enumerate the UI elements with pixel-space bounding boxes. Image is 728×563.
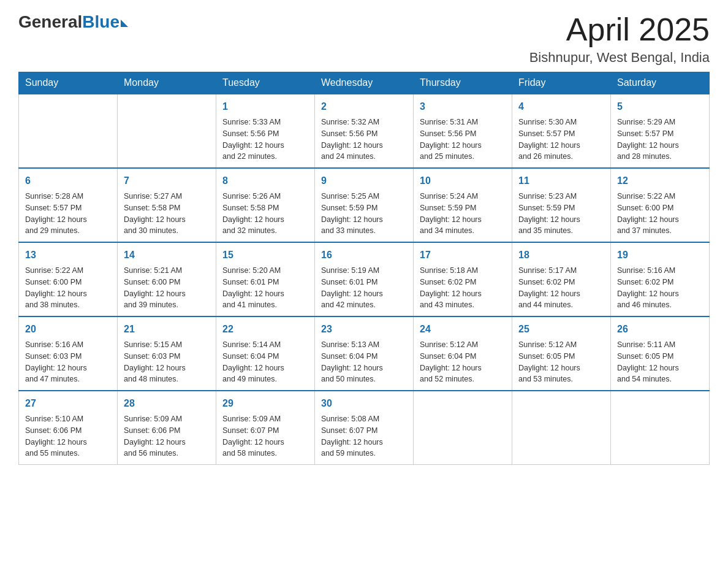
cell-week4-day6: 26Sunrise: 5:11 AM Sunset: 6:05 PM Dayli… [611, 316, 710, 391]
day-number: 9 [321, 174, 407, 188]
day-info: Sunrise: 5:19 AM Sunset: 6:01 PM Dayligh… [321, 265, 407, 311]
day-number: 29 [222, 396, 308, 411]
title-block: April 2025 Bishnupur, West Bengal, India [529, 12, 710, 66]
day-number: 4 [518, 99, 604, 114]
day-info: Sunrise: 5:09 AM Sunset: 6:06 PM Dayligh… [124, 413, 210, 459]
day-info: Sunrise: 5:22 AM Sunset: 6:00 PM Dayligh… [617, 191, 703, 237]
day-info: Sunrise: 5:16 AM Sunset: 6:02 PM Dayligh… [617, 265, 703, 311]
day-info: Sunrise: 5:17 AM Sunset: 6:02 PM Dayligh… [518, 265, 604, 311]
day-info: Sunrise: 5:20 AM Sunset: 6:01 PM Dayligh… [222, 265, 308, 311]
cell-week3-day0: 13Sunrise: 5:22 AM Sunset: 6:00 PM Dayli… [19, 242, 118, 316]
day-number: 15 [222, 248, 308, 262]
day-info: Sunrise: 5:23 AM Sunset: 5:59 PM Dayligh… [518, 191, 604, 237]
day-number: 26 [617, 322, 703, 337]
day-info: Sunrise: 5:16 AM Sunset: 6:03 PM Dayligh… [25, 339, 111, 385]
logo-blue-part: Blue [82, 12, 128, 32]
day-number: 17 [420, 248, 506, 262]
header-wednesday: Wednesday [315, 72, 414, 94]
cell-week4-day3: 23Sunrise: 5:13 AM Sunset: 6:04 PM Dayli… [315, 316, 414, 391]
week-row-5: 27Sunrise: 5:10 AM Sunset: 6:06 PM Dayli… [19, 391, 710, 465]
day-number: 6 [25, 174, 111, 188]
week-row-1: 1Sunrise: 5:33 AM Sunset: 5:56 PM Daylig… [19, 94, 710, 168]
cell-week2-day2: 8Sunrise: 5:26 AM Sunset: 5:58 PM Daylig… [216, 168, 315, 242]
cell-week1-day0 [19, 94, 118, 168]
logo-triangle-icon [121, 20, 128, 27]
day-number: 11 [518, 174, 604, 188]
header-sunday: Sunday [19, 72, 118, 94]
day-info: Sunrise: 5:22 AM Sunset: 6:00 PM Dayligh… [25, 265, 111, 311]
day-number: 28 [124, 396, 210, 411]
day-info: Sunrise: 5:32 AM Sunset: 5:56 PM Dayligh… [321, 117, 407, 163]
day-number: 8 [222, 174, 308, 188]
day-info: Sunrise: 5:25 AM Sunset: 5:59 PM Dayligh… [321, 191, 407, 237]
cell-week2-day3: 9Sunrise: 5:25 AM Sunset: 5:59 PM Daylig… [315, 168, 414, 242]
cell-week2-day5: 11Sunrise: 5:23 AM Sunset: 5:59 PM Dayli… [512, 168, 611, 242]
header-tuesday: Tuesday [216, 72, 315, 94]
day-number: 30 [321, 396, 407, 411]
day-info: Sunrise: 5:31 AM Sunset: 5:56 PM Dayligh… [420, 117, 506, 163]
cell-week4-day5: 25Sunrise: 5:12 AM Sunset: 6:05 PM Dayli… [512, 316, 611, 391]
day-info: Sunrise: 5:28 AM Sunset: 5:57 PM Dayligh… [25, 191, 111, 237]
day-number: 25 [518, 322, 604, 337]
day-info: Sunrise: 5:09 AM Sunset: 6:07 PM Dayligh… [222, 413, 308, 459]
cell-week5-day1: 28Sunrise: 5:09 AM Sunset: 6:06 PM Dayli… [118, 391, 216, 465]
header-thursday: Thursday [414, 72, 512, 94]
cell-week2-day0: 6Sunrise: 5:28 AM Sunset: 5:57 PM Daylig… [19, 168, 118, 242]
day-number: 10 [420, 174, 506, 188]
month-title: April 2025 [529, 12, 710, 47]
header-saturday: Saturday [611, 72, 710, 94]
cell-week1-day2: 1Sunrise: 5:33 AM Sunset: 5:56 PM Daylig… [216, 94, 315, 168]
day-info: Sunrise: 5:15 AM Sunset: 6:03 PM Dayligh… [124, 339, 210, 385]
cell-week5-day5 [512, 391, 611, 465]
day-number: 7 [124, 174, 210, 188]
calendar-table: Sunday Monday Tuesday Wednesday Thursday… [18, 72, 710, 465]
day-info: Sunrise: 5:10 AM Sunset: 6:06 PM Dayligh… [25, 413, 111, 459]
day-number: 24 [420, 322, 506, 337]
cell-week3-day1: 14Sunrise: 5:21 AM Sunset: 6:00 PM Dayli… [118, 242, 216, 316]
day-number: 2 [321, 99, 407, 114]
day-number: 20 [25, 322, 111, 337]
logo: General Blue [18, 12, 128, 32]
day-number: 22 [222, 322, 308, 337]
day-number: 1 [222, 99, 308, 114]
cell-week3-day5: 18Sunrise: 5:17 AM Sunset: 6:02 PM Dayli… [512, 242, 611, 316]
day-number: 14 [124, 248, 210, 262]
day-number: 16 [321, 248, 407, 262]
cell-week1-day3: 2Sunrise: 5:32 AM Sunset: 5:56 PM Daylig… [315, 94, 414, 168]
day-info: Sunrise: 5:21 AM Sunset: 6:00 PM Dayligh… [124, 265, 210, 311]
week-row-2: 6Sunrise: 5:28 AM Sunset: 5:57 PM Daylig… [19, 168, 710, 242]
weekday-header-row: Sunday Monday Tuesday Wednesday Thursday… [19, 72, 710, 94]
day-number: 18 [518, 248, 604, 262]
cell-week1-day4: 3Sunrise: 5:31 AM Sunset: 5:56 PM Daylig… [414, 94, 512, 168]
cell-week4-day0: 20Sunrise: 5:16 AM Sunset: 6:03 PM Dayli… [19, 316, 118, 391]
day-info: Sunrise: 5:33 AM Sunset: 5:56 PM Dayligh… [222, 117, 308, 163]
cell-week5-day2: 29Sunrise: 5:09 AM Sunset: 6:07 PM Dayli… [216, 391, 315, 465]
day-info: Sunrise: 5:11 AM Sunset: 6:05 PM Dayligh… [617, 339, 703, 385]
cell-week2-day1: 7Sunrise: 5:27 AM Sunset: 5:58 PM Daylig… [118, 168, 216, 242]
cell-week4-day2: 22Sunrise: 5:14 AM Sunset: 6:04 PM Dayli… [216, 316, 315, 391]
day-info: Sunrise: 5:29 AM Sunset: 5:57 PM Dayligh… [617, 117, 703, 163]
day-number: 23 [321, 322, 407, 337]
day-info: Sunrise: 5:12 AM Sunset: 6:05 PM Dayligh… [518, 339, 604, 385]
header-monday: Monday [118, 72, 216, 94]
day-info: Sunrise: 5:27 AM Sunset: 5:58 PM Dayligh… [124, 191, 210, 237]
day-info: Sunrise: 5:12 AM Sunset: 6:04 PM Dayligh… [420, 339, 506, 385]
day-info: Sunrise: 5:14 AM Sunset: 6:04 PM Dayligh… [222, 339, 308, 385]
location-title: Bishnupur, West Bengal, India [529, 50, 710, 66]
cell-week3-day4: 17Sunrise: 5:18 AM Sunset: 6:02 PM Dayli… [414, 242, 512, 316]
day-info: Sunrise: 5:18 AM Sunset: 6:02 PM Dayligh… [420, 265, 506, 311]
cell-week5-day4 [414, 391, 512, 465]
cell-week5-day6 [611, 391, 710, 465]
logo-blue-text: Blue [82, 12, 119, 32]
cell-week3-day2: 15Sunrise: 5:20 AM Sunset: 6:01 PM Dayli… [216, 242, 315, 316]
day-number: 19 [617, 248, 703, 262]
cell-week3-day3: 16Sunrise: 5:19 AM Sunset: 6:01 PM Dayli… [315, 242, 414, 316]
day-info: Sunrise: 5:24 AM Sunset: 5:59 PM Dayligh… [420, 191, 506, 237]
day-number: 3 [420, 99, 506, 114]
cell-week4-day1: 21Sunrise: 5:15 AM Sunset: 6:03 PM Dayli… [118, 316, 216, 391]
day-number: 21 [124, 322, 210, 337]
cell-week1-day5: 4Sunrise: 5:30 AM Sunset: 5:57 PM Daylig… [512, 94, 611, 168]
week-row-3: 13Sunrise: 5:22 AM Sunset: 6:00 PM Dayli… [19, 242, 710, 316]
cell-week1-day6: 5Sunrise: 5:29 AM Sunset: 5:57 PM Daylig… [611, 94, 710, 168]
day-info: Sunrise: 5:08 AM Sunset: 6:07 PM Dayligh… [321, 413, 407, 459]
